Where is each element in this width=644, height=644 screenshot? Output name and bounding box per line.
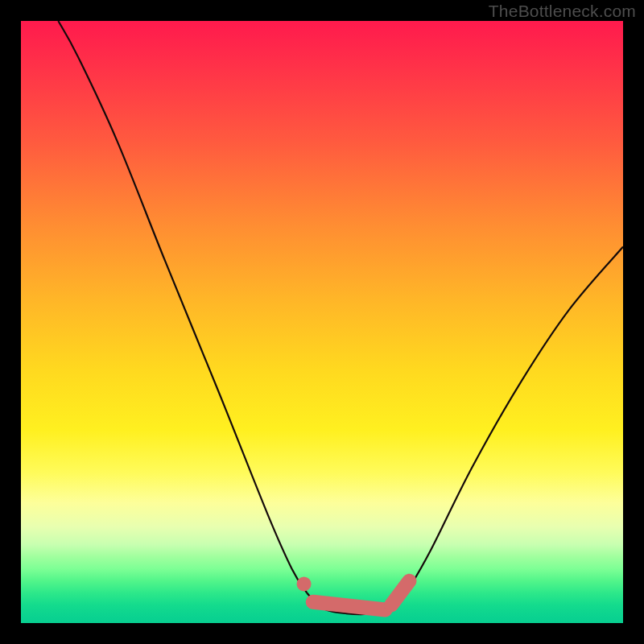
trough-marker-dot <box>297 576 312 591</box>
trough-markers <box>297 576 410 609</box>
outer-frame: TheBottleneck.com <box>0 0 644 644</box>
watermark-text: TheBottleneck.com <box>489 2 636 21</box>
curve-left-arm <box>58 21 307 593</box>
trough-marker-right <box>391 581 409 605</box>
curve-layer <box>21 21 623 623</box>
curve-right-arm <box>407 247 623 593</box>
trough-marker-band <box>313 602 386 610</box>
plot-area <box>21 21 623 623</box>
bottleneck-curve <box>58 21 623 614</box>
